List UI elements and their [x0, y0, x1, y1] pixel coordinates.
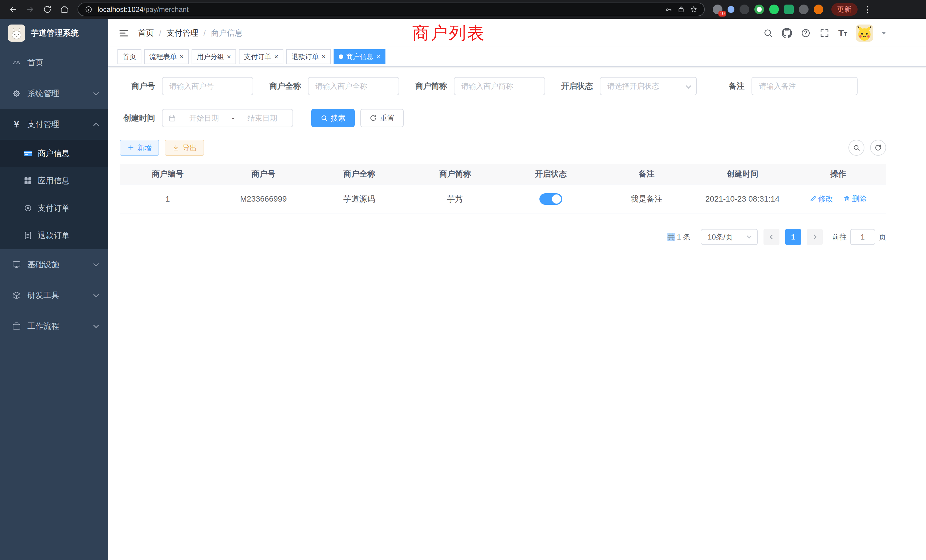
bookmark-star-icon[interactable]: [690, 6, 698, 13]
prev-page-button[interactable]: [764, 229, 779, 245]
extension-icon[interactable]: 10: [713, 5, 722, 14]
pencil-icon: [809, 195, 817, 202]
plus-icon: [127, 144, 135, 151]
refresh-icon[interactable]: [40, 2, 55, 17]
document-icon: [23, 231, 33, 240]
toggle-search-button[interactable]: [849, 140, 864, 156]
back-icon[interactable]: [6, 2, 21, 17]
button-label: 修改: [818, 194, 833, 204]
breadcrumb-separator: [159, 29, 161, 38]
close-icon[interactable]: [322, 53, 325, 60]
filter-row-1: 商户号 商户全称 商户简称 开启状态: [120, 77, 886, 95]
field-label: 商户全称: [266, 81, 308, 92]
tab-label: 流程表单: [150, 52, 177, 61]
merchant-name-input[interactable]: [308, 77, 399, 95]
sidebar-item-label: 工作流程: [27, 321, 94, 331]
sidebar-item-payment[interactable]: ¥ 支付管理: [0, 109, 108, 140]
refresh-table-button[interactable]: [870, 140, 886, 156]
extension-icon[interactable]: [769, 5, 779, 14]
reset-button[interactable]: 重置: [360, 109, 404, 127]
sidebar-item-label: 应用信息: [38, 176, 108, 186]
close-icon[interactable]: [227, 53, 231, 60]
breadcrumb-item[interactable]: 首页: [138, 28, 154, 38]
sidebar-item-label: 商户信息: [38, 148, 108, 159]
filter-remark: 备注: [709, 77, 858, 95]
end-date-placeholder: 结束日期: [238, 113, 287, 123]
tab-pay-order[interactable]: 支付订单: [239, 49, 283, 64]
next-page-button[interactable]: [807, 229, 823, 245]
extension-icon[interactable]: [754, 5, 764, 14]
breadcrumb-separator: [204, 29, 206, 38]
home-icon[interactable]: [57, 2, 72, 17]
extension-icon[interactable]: [799, 5, 808, 14]
tab-refund-order[interactable]: 退款订单: [286, 49, 331, 64]
sidebar-item-dev-tools[interactable]: 研发工具: [0, 280, 108, 311]
sidebar-item-label: 研发工具: [27, 290, 94, 301]
button-label: 删除: [852, 194, 867, 204]
edit-button[interactable]: 修改: [809, 194, 833, 204]
date-range-picker[interactable]: 开始日期 - 结束日期: [162, 109, 293, 127]
search-button[interactable]: 搜索: [311, 109, 355, 127]
chevron-down-icon[interactable]: [882, 32, 886, 35]
status-switch[interactable]: [539, 193, 562, 205]
cell-remark: 我是备注: [599, 184, 694, 214]
extension-icon[interactable]: [784, 5, 794, 14]
table-toolbar: 新增 导出: [120, 140, 886, 156]
close-icon[interactable]: [274, 53, 278, 60]
page-size-select[interactable]: 10条/页: [701, 229, 758, 245]
button-label: 搜索: [331, 113, 345, 123]
sidebar-item-pay-order[interactable]: 支付订单: [0, 194, 108, 222]
extension-icon[interactable]: [740, 5, 749, 14]
collapse-menu-icon[interactable]: [113, 22, 135, 44]
filter-merchant-short: 商户简称: [412, 77, 545, 95]
share-icon[interactable]: [677, 6, 685, 13]
extension-icon[interactable]: [728, 6, 734, 13]
site-info-icon: [85, 6, 92, 13]
tab-process-form[interactable]: 流程表单: [144, 49, 189, 64]
sidebar-item-refund-order[interactable]: 退款订单: [0, 222, 108, 249]
pagination: 共 1 条 10条/页 1 前往 页: [120, 229, 886, 245]
sidebar-item-infrastructure[interactable]: 基础设施: [0, 249, 108, 280]
field-label: 创建时间: [120, 113, 162, 123]
address-bar[interactable]: localhost:1024/pay/merchant: [77, 3, 705, 16]
breadcrumb-item[interactable]: 支付管理: [166, 28, 198, 38]
github-icon[interactable]: [782, 28, 792, 38]
browser-menu-icon[interactable]: [863, 5, 871, 15]
column-header: 创建时间: [694, 163, 790, 184]
help-icon[interactable]: [800, 28, 811, 38]
browser-update-button[interactable]: 更新: [831, 3, 858, 16]
chevron-down-icon: [747, 234, 752, 239]
user-avatar[interactable]: [856, 24, 873, 42]
close-icon[interactable]: [376, 53, 380, 60]
search-icon[interactable]: [763, 28, 773, 38]
password-key-icon[interactable]: [665, 6, 672, 13]
export-button[interactable]: 导出: [165, 140, 204, 156]
column-header: 操作: [790, 163, 886, 184]
fullscreen-icon[interactable]: [819, 28, 830, 38]
goto-page-input[interactable]: [850, 229, 875, 245]
tab-label: 支付订单: [244, 52, 271, 61]
delete-button[interactable]: 删除: [843, 194, 867, 204]
tab-home[interactable]: 首页: [118, 49, 141, 64]
sidebar-item-home[interactable]: 首页: [0, 47, 108, 78]
page-number-button[interactable]: 1: [785, 229, 801, 245]
tab-user-group[interactable]: 用户分组: [192, 49, 236, 64]
app-logo[interactable]: 芋道管理系统: [0, 19, 108, 47]
sidebar-item-app-info[interactable]: 应用信息: [0, 167, 108, 194]
tab-merchant-info[interactable]: 商户信息: [334, 49, 386, 64]
font-size-icon[interactable]: TT: [838, 29, 847, 38]
close-icon[interactable]: [180, 53, 184, 60]
column-header: 商户号: [216, 163, 311, 184]
merchant-short-input[interactable]: [454, 77, 545, 95]
sidebar-item-merchant-info[interactable]: 商户信息: [0, 140, 108, 167]
remark-input[interactable]: [752, 77, 858, 95]
merchant-no-input[interactable]: [162, 77, 253, 95]
profile-avatar-icon[interactable]: [814, 5, 823, 14]
sidebar-item-workflow[interactable]: 工作流程: [0, 311, 108, 342]
add-button[interactable]: 新增: [120, 140, 159, 156]
filter-status: 开启状态: [558, 77, 697, 95]
forward-icon[interactable]: [23, 2, 38, 17]
status-select[interactable]: [600, 77, 697, 95]
sidebar-item-system[interactable]: 系统管理: [0, 78, 108, 109]
column-header: 商户简称: [407, 163, 503, 184]
